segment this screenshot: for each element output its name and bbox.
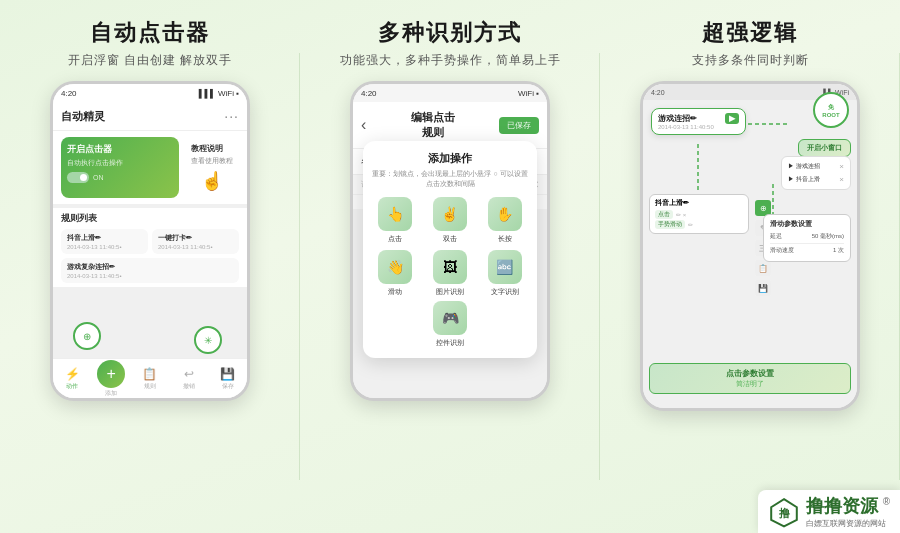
phone2-time: 4:20 [361,89,377,98]
click-params-title: 点击参数设置 [658,368,842,379]
node-game-arrow[interactable]: ▶ [725,113,739,124]
phone2-back-icon[interactable]: ‹ [361,116,366,134]
col2-title: 多种识别方式 [378,18,522,48]
node-game-date: 2014-03-13 11:40:50 [658,124,739,130]
param-speed: 滑动速度 1 次 [770,246,844,255]
phone-2: 4:20 WiFi ▪ ‹ 编辑点击规则 已保存 名称 请输入规则名称 ✕ [350,81,550,401]
nav-rules-label: 规则 [144,382,156,391]
phone2-status-bar: 4:20 WiFi ▪ [353,84,547,102]
list-item-name: 一键打卡✏ [158,233,233,243]
nav-item-undo[interactable]: ↩ 撤销 [169,367,208,391]
column-1: 自动点击器 开启浮窗 自由创建 解放双手 4:20 ▌▌▌ WiFi ▪ 自动精… [0,0,300,533]
watermark: 撸 撸撸资源 ® 白嫖互联网资源的网站 [758,490,900,533]
nav-action-label: 动作 [66,382,78,391]
sub-tag-swipe: 手势滑动 [655,220,685,229]
node-game-title-text: 游戏连招✏ [658,113,697,124]
param-speed-label: 滑动速度 [770,246,794,255]
phone1-card2-sub: 查看使用教程 [191,156,233,166]
phone1-card1-sub: 自动执行点击操作 [67,158,173,168]
ops-grid: 👆 点击 ✌ 双击 ✋ 长按 👋 滑动 [371,197,529,297]
mini-list-item-2: ▶ 抖音上滑 × [785,173,847,186]
side-icon-4[interactable]: 📋 [755,260,771,276]
mini-list: ▶ 游戏连招 × ▶ 抖音上滑 × [781,156,851,190]
op-double-click-label: 双击 [443,234,457,244]
phone2-signal: WiFi ▪ [518,89,539,98]
param-delay: 延迟 50 毫秒(ms) [770,232,844,241]
nav-item-rules[interactable]: 📋 规则 [131,367,170,391]
phone1-time: 4:20 [61,89,77,98]
side-icon-5[interactable]: 💾 [755,280,771,296]
mini-list-item-2-close[interactable]: × [839,175,844,184]
op-widget-label: 控件识别 [436,338,464,348]
phone-3: 4:20 ▌▌ WiFi 免 ROOT 游戏连招✏ ▶ 2014-03-13 1… [640,81,860,411]
op-text-icon: 🔤 [488,250,522,284]
circle-icon-1: ⊕ [73,322,101,350]
col1-title: 自动点击器 [90,18,210,48]
op-image-icon: 🖼 [433,250,467,284]
op-double-click[interactable]: ✌ 双击 [426,197,475,244]
phone1-status-bar: 4:20 ▌▌▌ WiFi ▪ [53,84,247,102]
open-window-btn[interactable]: 开启小窗口 [798,139,851,157]
phone2-nav-title: 编辑点击规则 [406,110,459,140]
params-title: 滑动参数设置 [770,219,844,229]
mini-list-item-2-label: ▶ 抖音上滑 [788,175,820,184]
root-badge-line1: 免 [828,103,834,112]
click-params-box: 点击参数设置 简洁明了 [649,363,851,394]
phone1-card2: 教程说明 查看使用教程 ☝ [185,137,239,198]
phone1-header-dots: ··· [224,108,239,124]
column-2: 多种识别方式 功能强大，多种手势操作，简单易上手 4:20 WiFi ▪ ‹ 编… [300,0,600,533]
op-text-label: 文字识别 [491,287,519,297]
phone1-hand-icon: ☝ [191,170,233,192]
nav-add-label: 添加 [105,389,117,398]
phone1-toggle[interactable] [67,172,89,183]
sub-row-1: 点击 ✏ × [655,210,743,219]
phone1-bottom-nav: ⚡ 动作 + 添加 📋 规则 ↩ 撤销 [53,358,247,398]
param-delay-val: 50 毫秒(ms) [812,232,844,241]
list-item[interactable]: 游戏复杂连招✏ 2014-03-13 11:40:5• [61,258,239,283]
op-text-recognition[interactable]: 🔤 文字识别 [480,250,529,297]
mini-list-item-1: ▶ 游戏连招 × [785,160,847,173]
phone1-signal: ▌▌▌ WiFi ▪ [199,89,239,98]
phone3-screen: 4:20 ▌▌ WiFi 免 ROOT 游戏连招✏ ▶ 2014-03-13 1… [643,84,857,408]
params-box: 滑动参数设置 延迟 50 毫秒(ms) 滑动速度 1 次 [763,214,851,262]
op-image-recognition[interactable]: 🖼 图片识别 [426,250,475,297]
column-3: 超强逻辑 支持多条件同时判断 4:20 ▌▌ WiFi 免 ROOT 游戏连招✏ [600,0,900,533]
phone1-card1-title: 开启点击器 [67,143,173,156]
mini-list-item-1-close[interactable]: × [839,162,844,171]
modal-desc: 重要：划镜点，会出现最上层的小悬浮 ○ 可以设置点击次数和间隔 [371,169,529,189]
sub-edit-icon[interactable]: ✏ × [676,211,686,218]
root-badge-line2: ROOT [822,112,839,118]
watermark-logo-svg: 撸 [768,496,800,528]
op-click[interactable]: 👆 点击 [371,197,420,244]
watermark-name-text: 撸撸资源 [806,496,878,516]
op-widget-row: 🎮 控件识别 [371,301,529,348]
add-operation-modal: 添加操作 重要：划镜点，会出现最上层的小悬浮 ○ 可以设置点击次数和间隔 👆 点… [363,141,537,358]
sub-row-2: 手势滑动 ✏ [655,220,743,229]
phone2-screen: 4:20 WiFi ▪ ‹ 编辑点击规则 已保存 名称 请输入规则名称 ✕ [353,84,547,398]
sub-swipe-edit[interactable]: ✏ [688,221,693,228]
phone1-list-section: 规则列表 抖音上滑✏ 2014-03-13 11:40:5• 一键打卡✏ 201… [53,208,247,287]
op-double-click-icon: ✌ [433,197,467,231]
list-item[interactable]: 抖音上滑✏ 2014-03-13 11:40:5• [61,229,148,254]
phone1-header: 自动精灵 ··· [53,102,247,131]
nav-item-save[interactable]: 💾 保存 [208,367,247,391]
nav-item-action[interactable]: ⚡ 动作 [53,367,92,391]
col3-title: 超强逻辑 [702,18,798,48]
op-image-label: 图片识别 [436,287,464,297]
nav-add-icon[interactable]: + [97,360,125,388]
phone2-save-btn[interactable]: 已保存 [499,117,539,134]
nav-item-add[interactable]: + 添加 [92,360,131,398]
op-swipe[interactable]: 👋 滑动 [371,250,420,297]
watermark-text-block: 撸撸资源 ® 白嫖互联网资源的网站 [806,494,890,529]
params-divider [770,243,844,244]
op-long-press[interactable]: ✋ 长按 [480,197,529,244]
phone1-screen: 4:20 ▌▌▌ WiFi ▪ 自动精灵 ··· 开启点击器 自动执行点击操作 [53,84,247,398]
col1-subtitle: 开启浮窗 自由创建 解放双手 [68,52,233,69]
op-long-press-label: 长按 [498,234,512,244]
phone1-card1: 开启点击器 自动执行点击操作 ON [61,137,179,198]
phone1-list-title: 规则列表 [61,212,239,225]
op-widget[interactable]: 🎮 控件识别 [433,301,467,348]
sub-tag-click: 点击 [655,210,673,219]
list-item[interactable]: 一键打卡✏ 2014-03-13 11:40:5• [152,229,239,254]
col2-subtitle: 功能强大，多种手势操作，简单易上手 [340,52,561,69]
